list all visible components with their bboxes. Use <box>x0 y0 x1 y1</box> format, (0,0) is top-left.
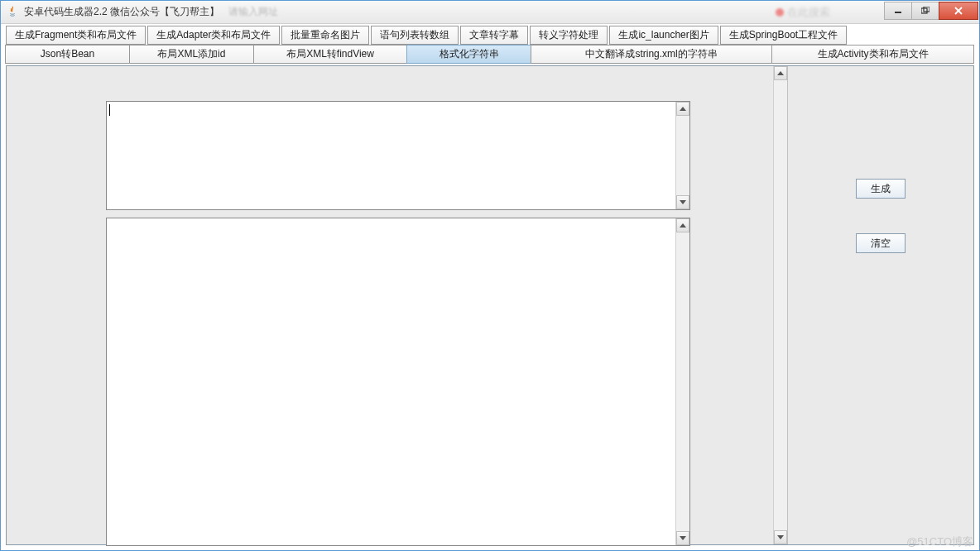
window-controls <box>885 2 978 20</box>
scroll-down-icon[interactable] <box>676 531 689 545</box>
titlebar[interactable]: 安卓代码生成器2.2 微信公众号【飞刀帮主】 请输入网址 在此搜索 <box>1 1 979 24</box>
blurred-text: 请输入网址 <box>228 6 278 17</box>
tabs-row-1: 生成Fragment类和布局文件 生成Adapter类和布局文件 批量重命名图片… <box>1 24 979 45</box>
side-panel: 生成 清空 <box>788 66 973 544</box>
content-area: 生成 清空 <box>6 65 974 545</box>
tab-rename-images[interactable]: 批量重命名图片 <box>281 26 369 45</box>
app-window: 安卓代码生成器2.2 微信公众号【飞刀帮主】 请输入网址 在此搜索 生成Frag… <box>0 0 980 551</box>
tab-format-string[interactable]: 格式化字符串 <box>406 45 531 64</box>
scroll-up-icon[interactable] <box>774 66 787 80</box>
close-button[interactable] <box>939 2 978 20</box>
output-textarea[interactable] <box>106 218 690 546</box>
tab-ic-launcher[interactable]: 生成ic_launcher图片 <box>609 26 718 45</box>
scrollbar[interactable] <box>675 102 689 209</box>
text-cursor <box>109 104 110 116</box>
tabs-row-2: Json转Bean 布局XML添加id 布局XML转findView 格式化字符… <box>1 45 979 64</box>
maximize-button[interactable] <box>911 2 939 20</box>
scroll-up-icon[interactable] <box>676 102 689 116</box>
tab-adapter[interactable]: 生成Adapter类和布局文件 <box>147 26 280 45</box>
scroll-down-icon[interactable] <box>676 195 689 209</box>
tab-springboot[interactable]: 生成SpringBoot工程文件 <box>720 26 847 45</box>
minimize-button[interactable] <box>884 2 912 20</box>
blurred-search: 在此搜索 <box>776 5 830 20</box>
clear-button[interactable]: 清空 <box>856 233 906 253</box>
tab-fragment[interactable]: 生成Fragment类和布局文件 <box>6 26 146 45</box>
tab-activity[interactable]: 生成Activity类和布局文件 <box>771 45 974 64</box>
scroll-down-icon[interactable] <box>774 530 787 544</box>
tab-chinese-translate[interactable]: 中文翻译成string.xml的字符串 <box>531 45 772 64</box>
main-scrollbar[interactable] <box>773 66 787 544</box>
window-title: 安卓代码生成器2.2 微信公众号【飞刀帮主】 请输入网址 <box>24 5 885 19</box>
main-panel <box>7 66 788 544</box>
tab-escape-chars[interactable]: 转义字符处理 <box>530 26 608 45</box>
tab-list-to-array[interactable]: 语句列表转数组 <box>371 26 459 45</box>
tab-xml-add-id[interactable]: 布局XML添加id <box>129 45 254 64</box>
scrollbar[interactable] <box>675 218 689 545</box>
scroll-up-icon[interactable] <box>676 218 689 232</box>
input-textarea[interactable] <box>106 101 690 210</box>
tab-xml-findview[interactable]: 布局XML转findView <box>253 45 407 64</box>
java-icon <box>6 6 19 19</box>
generate-button[interactable]: 生成 <box>856 179 906 199</box>
tab-article-subtitle[interactable]: 文章转字幕 <box>460 26 528 45</box>
tab-json-bean[interactable]: Json转Bean <box>5 45 130 64</box>
